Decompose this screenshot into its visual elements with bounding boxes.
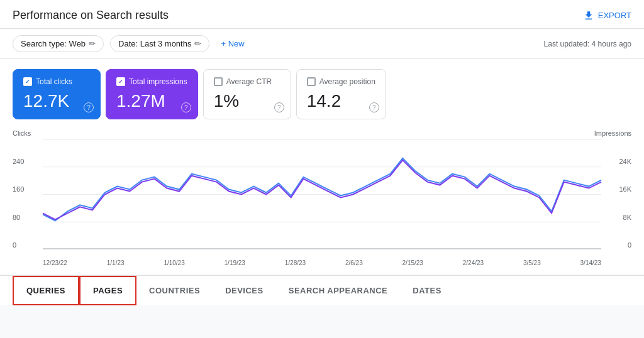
page-wrapper: Performance on Search results EXPORT Sea… [0, 0, 644, 338]
clicks-checkbox[interactable] [23, 77, 32, 86]
export-button[interactable]: EXPORT [583, 10, 631, 21]
chart-svg-container [43, 139, 601, 249]
y-axis-left: Clicks 240 160 80 0 [13, 129, 41, 249]
position-help-icon[interactable]: ? [369, 102, 379, 112]
ctr-checkbox[interactable] [214, 77, 223, 86]
metric-card-clicks[interactable]: Total clicks 12.7K ? [13, 69, 101, 119]
impressions-help-icon[interactable]: ? [181, 102, 191, 112]
metrics-row: Total clicks 12.7K ? Total impressions 1… [0, 59, 644, 119]
tabs-row: QUERIES PAGES COUNTRIES DEVICES SEARCH A… [13, 276, 631, 305]
x-axis-labels: 12/23/22 1/1/23 1/10/23 1/19/23 1/28/23 … [43, 259, 601, 266]
page-title: Performance on Search results [13, 9, 169, 22]
line-chart [43, 139, 601, 249]
chart-container: Clicks 240 160 80 0 Impressions 24K 16K … [0, 119, 644, 274]
ctr-help-icon[interactable]: ? [274, 102, 284, 112]
tab-search-appearance[interactable]: SEARCH APPEARANCE [276, 277, 401, 304]
search-type-filter[interactable]: Search type: Web ✏ [13, 35, 104, 52]
edit-icon: ✏ [194, 39, 201, 48]
tabs-section: QUERIES PAGES COUNTRIES DEVICES SEARCH A… [0, 275, 644, 305]
metric-card-ctr[interactable]: Average CTR 1% ? [203, 69, 291, 119]
impressions-checkbox[interactable] [116, 77, 125, 86]
tab-devices[interactable]: DEVICES [213, 277, 276, 304]
tab-queries[interactable]: QUERIES [13, 276, 79, 305]
tab-dates[interactable]: DATES [400, 277, 454, 304]
header: Performance on Search results EXPORT [0, 0, 644, 29]
new-filter-button[interactable]: + New [216, 36, 249, 52]
y-axis-right: Impressions 24K 16K 8K 0 [603, 129, 631, 249]
metric-card-position[interactable]: Average position 14.2 ? [296, 69, 386, 119]
last-updated-label: Last updated: 4 hours ago [544, 40, 631, 48]
download-icon [583, 10, 594, 21]
chart-area: Clicks 240 160 80 0 Impressions 24K 16K … [13, 129, 631, 268]
tab-countries[interactable]: COUNTRIES [136, 277, 213, 304]
edit-icon: ✏ [89, 39, 96, 48]
position-checkbox[interactable] [307, 77, 316, 86]
tab-pages[interactable]: PAGES [79, 276, 136, 305]
metric-card-impressions[interactable]: Total impressions 1.27M ? [106, 69, 198, 119]
date-filter[interactable]: Date: Last 3 months ✏ [110, 35, 209, 52]
clicks-help-icon[interactable]: ? [84, 102, 94, 112]
filter-bar: Search type: Web ✏ Date: Last 3 months ✏… [0, 29, 644, 59]
